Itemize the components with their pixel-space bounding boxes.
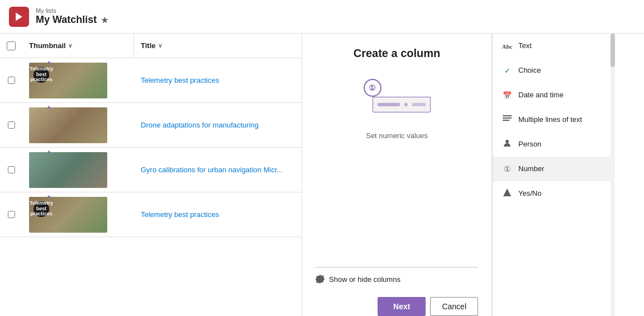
full-panel-content: Create a column ① Set numeric valu: [316, 34, 478, 267]
svg-rect-1: [503, 115, 512, 116]
yesno-type-icon: [502, 188, 513, 199]
type-label-multiline: Multiple lines of text: [518, 115, 582, 124]
svg-rect-2: [503, 117, 512, 119]
full-panel: Create a column ① Set numeric valu: [302, 34, 492, 316]
show-hide-label: Show or hide columns: [329, 275, 400, 284]
number-circle-badge: ①: [364, 79, 381, 97]
create-column-title: Create a column: [316, 47, 478, 60]
favorite-star-icon[interactable]: ★: [101, 16, 108, 25]
play-icon: [13, 11, 25, 22]
row-title-4[interactable]: Telemetry best practices: [134, 210, 313, 219]
scrollbar-area[interactable]: [610, 34, 615, 316]
row-thumbnail-2: ✦: [22, 103, 134, 148]
app-title-group: My lists My Watchlist ★: [36, 7, 108, 26]
row-title-3[interactable]: Gyro calibrations for urban navigation M…: [134, 166, 313, 174]
app-subtitle: My lists: [36, 7, 108, 14]
type-item-yesno[interactable]: Yes/No: [493, 181, 615, 206]
type-item-datetime[interactable]: 📅 Date and time: [493, 83, 615, 107]
row-checkbox-3[interactable]: [0, 166, 22, 173]
scrollbar-thumb[interactable]: [610, 34, 615, 67]
select-all-checkbox[interactable]: [7, 41, 16, 50]
type-label-number: Number: [518, 164, 544, 173]
row-thumbnail-3: ✦: [22, 148, 134, 192]
row-thumbnail-4: Telemetry best practices ✦: [22, 192, 134, 237]
chevron-down-icon: ∨: [68, 43, 72, 49]
cancel-button[interactable]: Cancel: [430, 297, 478, 316]
table-container: Thumbnail ∨ Title ∨ Owner ∨ Duration ∨ +…: [0, 34, 644, 316]
app-icon: [9, 7, 29, 27]
thumb-badge-4: Telemetry best practices: [34, 201, 49, 217]
input-visual: [373, 97, 431, 112]
number-type-icon: ①: [502, 164, 513, 173]
pin-icon: ✦: [46, 194, 51, 201]
datetime-type-icon: 📅: [502, 91, 513, 100]
type-item-choice[interactable]: ✓ Choice: [493, 58, 615, 83]
thumbnail-image-2: [29, 107, 107, 143]
thumbnail-image-1: Telemetry best practices: [29, 63, 107, 98]
input-dot: [378, 103, 400, 106]
panel-bottom-area: Show or hide columns Next Cancel: [316, 267, 478, 316]
col-title-label: Title: [141, 41, 156, 50]
thumb-badge-1: Telemetry best practices: [34, 67, 49, 83]
select-all-check[interactable]: [0, 41, 22, 50]
row-title-1[interactable]: Telemetry best practices: [134, 76, 313, 84]
chevron-down-icon: ∨: [158, 43, 162, 49]
col-header-thumbnail[interactable]: Thumbnail ∨: [22, 34, 134, 58]
column-visual-inner: ①: [364, 79, 431, 112]
svg-point-4: [505, 140, 509, 143]
panel-main: Create a column ① Set numeric valu: [302, 34, 644, 316]
svg-marker-5: [503, 188, 511, 196]
type-item-number[interactable]: ① Number: [493, 157, 615, 181]
panel-buttons: Next Cancel: [316, 290, 478, 316]
row-checkbox-4[interactable]: [0, 211, 22, 218]
type-item-text[interactable]: Abc Text: [493, 34, 615, 58]
row-checkbox-2[interactable]: [0, 121, 22, 129]
type-list-panel: Abc Text ✓ Choice 📅 Date and time Multip…: [492, 34, 615, 316]
type-label-yesno: Yes/No: [518, 189, 541, 197]
text-type-icon: Abc: [502, 41, 513, 50]
pin-icon: ✦: [46, 104, 51, 111]
top-bar: My lists My Watchlist ★: [0, 0, 644, 34]
thumbnail-image-3: [29, 152, 107, 188]
svg-marker-0: [16, 12, 22, 21]
svg-rect-3: [503, 120, 509, 121]
row-checkbox-1[interactable]: [0, 77, 22, 84]
type-label-datetime: Date and time: [518, 91, 564, 99]
gear-icon: [316, 275, 325, 284]
col-thumb-label: Thumbnail: [29, 41, 66, 50]
type-label-person: Person: [518, 140, 541, 148]
next-button[interactable]: Next: [378, 297, 426, 316]
type-item-multiline[interactable]: Multiple lines of text: [493, 107, 615, 132]
thumbnail-image-4: Telemetry best practices: [29, 197, 107, 233]
type-item-person[interactable]: Person: [493, 132, 615, 157]
set-numeric-label: Set numeric values: [316, 131, 478, 140]
title-text: My Watchlist: [36, 14, 97, 26]
input-dot-small: [412, 103, 426, 106]
pin-icon: ✦: [46, 59, 51, 67]
type-list: Abc Text ✓ Choice 📅 Date and time Multip…: [493, 34, 615, 206]
input-separator: [404, 103, 408, 106]
show-hide-columns-button[interactable]: Show or hide columns: [316, 267, 478, 290]
person-type-icon: [502, 139, 513, 149]
row-thumbnail-1: Telemetry best practices ✦: [22, 58, 134, 103]
create-column-panel: Create a column ① Set numeric valu: [302, 34, 644, 316]
pin-icon: ✦: [46, 149, 51, 156]
column-visual: ①: [316, 73, 478, 118]
multiline-type-icon: [502, 115, 513, 124]
choice-type-icon: ✓: [502, 66, 513, 75]
type-label-choice: Choice: [518, 66, 541, 74]
type-label-text: Text: [518, 41, 532, 50]
col-header-title[interactable]: Title ∨: [134, 34, 313, 58]
row-title-2[interactable]: Drone adaptations for manufacturing: [134, 121, 313, 129]
app-title: My Watchlist ★: [36, 14, 108, 26]
